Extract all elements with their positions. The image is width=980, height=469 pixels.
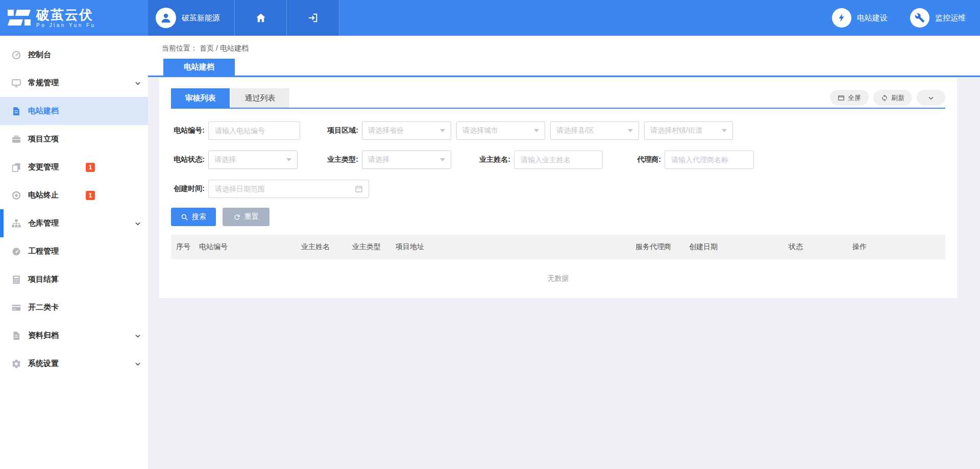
wrench-icon bbox=[910, 8, 929, 28]
target-icon bbox=[11, 190, 21, 201]
col-owner-name: 业主姓名 bbox=[296, 242, 347, 252]
brand-text: 破茧云伏 Po Jian Yun Fu bbox=[36, 8, 96, 28]
station-status-select[interactable]: 请选择 bbox=[208, 151, 298, 169]
search-icon bbox=[181, 213, 188, 221]
refresh-icon bbox=[881, 94, 888, 102]
reset-button[interactable]: 重置 bbox=[223, 208, 270, 226]
home-button[interactable] bbox=[235, 0, 287, 36]
logout-button[interactable] bbox=[287, 0, 339, 36]
reset-label: 重置 bbox=[244, 212, 259, 221]
station-status-label: 电站状态: bbox=[171, 155, 208, 164]
dropdown-caret-icon bbox=[628, 129, 633, 132]
page-tab-station-archive[interactable]: 电站建档 bbox=[163, 59, 235, 76]
briefcase-icon bbox=[11, 134, 21, 144]
col-station-no: 电站编号 bbox=[194, 242, 296, 252]
module-station-build[interactable]: 电站建设 bbox=[832, 8, 888, 28]
brand-title: 破茧云伏 bbox=[36, 8, 96, 22]
collapse-button[interactable] bbox=[917, 90, 945, 106]
module-monitor-ops[interactable]: 监控运维 bbox=[910, 8, 966, 28]
city-select[interactable]: 请选择城市 bbox=[456, 121, 545, 140]
module-label: 监控运维 bbox=[935, 13, 966, 23]
panel-toolbar: 全屏 刷新 bbox=[830, 90, 945, 106]
sitemap-icon bbox=[11, 218, 21, 229]
county-select[interactable]: 请选择县/区 bbox=[550, 121, 639, 140]
lightning-icon bbox=[832, 8, 851, 28]
sidebar-item-data-archive[interactable]: 资料归档 bbox=[0, 322, 148, 350]
tab-passed-list[interactable]: 通过列表 bbox=[231, 88, 289, 108]
notification-badge: 1 bbox=[86, 191, 95, 200]
owner-name-label: 业主姓名: bbox=[477, 155, 514, 164]
sidebar-item-open-card[interactable]: 开二类卡 bbox=[0, 293, 148, 322]
col-project-address: 项目地址 bbox=[390, 242, 630, 252]
sidebar-item-label: 项目立项 bbox=[28, 134, 59, 144]
sidebar-item-label: 变更管理 bbox=[28, 162, 59, 172]
gauge-icon bbox=[11, 246, 21, 257]
active-indicator-bar bbox=[0, 209, 4, 237]
breadcrumb-current: 电站建档 bbox=[220, 44, 249, 52]
filter-station-no: 电站编号: bbox=[171, 121, 300, 140]
sidebar-item-system-settings[interactable]: 系统设置 bbox=[0, 350, 148, 378]
refresh-button[interactable]: 刷新 bbox=[873, 90, 912, 106]
sidebar-item-project-settlement[interactable]: 项目结算 bbox=[0, 265, 148, 293]
search-label: 搜索 bbox=[192, 212, 206, 221]
table-empty-state: 无数据 bbox=[171, 259, 945, 298]
sidebar-item-engineering-mgmt[interactable]: 工程管理 bbox=[0, 237, 148, 265]
user-avatar bbox=[156, 8, 176, 28]
pages-icon bbox=[11, 162, 21, 172]
calendar-icon[interactable] bbox=[355, 185, 363, 193]
date-range-input[interactable] bbox=[208, 180, 369, 198]
sidebar-item-label: 常规管理 bbox=[28, 78, 59, 88]
top-band: 当前位置：首页/电站建档 电站建档 bbox=[148, 36, 980, 76]
archive-icon bbox=[11, 331, 21, 341]
sidebar-item-label: 工程管理 bbox=[28, 246, 59, 256]
sidebar-item-console[interactable]: 控制台 bbox=[0, 41, 148, 69]
col-status: 状态 bbox=[783, 242, 847, 252]
document-icon bbox=[11, 106, 21, 116]
owner-name-input[interactable] bbox=[514, 151, 603, 169]
gear-icon bbox=[11, 359, 21, 369]
sidebar-item-label: 控制台 bbox=[28, 50, 51, 60]
brand-logo: 破茧云伏 Po Jian Yun Fu bbox=[0, 0, 148, 36]
filter-row-3: 创建时间: bbox=[171, 180, 945, 198]
breadcrumb-separator: / bbox=[216, 44, 218, 52]
breadcrumb: 当前位置：首页/电站建档 bbox=[162, 44, 251, 53]
sidebar-item-warehouse-mgmt[interactable]: 仓库管理 bbox=[0, 209, 148, 237]
agent-input[interactable] bbox=[665, 151, 754, 169]
town-select[interactable]: 请选择村镇/街道 bbox=[644, 121, 733, 140]
station-no-input[interactable] bbox=[208, 121, 300, 140]
filter-actions: 搜索 重置 bbox=[171, 208, 945, 226]
module-label: 电站建设 bbox=[857, 13, 888, 23]
filter-owner-name: 业主姓名: bbox=[477, 151, 603, 169]
province-placeholder: 请选择省份 bbox=[368, 126, 404, 135]
filter-created-time: 创建时间: bbox=[171, 180, 369, 198]
date-range-picker bbox=[208, 180, 369, 198]
dashboard-icon bbox=[11, 50, 21, 60]
sidebar-item-project-initiation[interactable]: 项目立项 bbox=[0, 125, 148, 153]
user-menu[interactable]: 破茧新能源 bbox=[148, 0, 235, 36]
city-placeholder: 请选择城市 bbox=[462, 126, 498, 135]
owner-type-select[interactable]: 请选择 bbox=[362, 151, 451, 169]
created-time-label: 创建时间: bbox=[171, 184, 208, 193]
region-label: 项目区域: bbox=[325, 126, 362, 135]
station-status-placeholder: 请选择 bbox=[214, 155, 236, 164]
header-spacer bbox=[339, 0, 832, 36]
col-index: 序号 bbox=[171, 242, 194, 252]
dropdown-caret-icon bbox=[286, 158, 291, 161]
sidebar-item-label: 系统设置 bbox=[28, 359, 59, 368]
sidebar-item-station-termination[interactable]: 电站终止 1 bbox=[0, 181, 148, 209]
tab-review-list[interactable]: 审核列表 bbox=[171, 88, 230, 108]
sidebar-item-station-archive[interactable]: 电站建档 bbox=[0, 97, 148, 125]
sidebar-item-general-mgmt[interactable]: 常规管理 bbox=[0, 69, 148, 97]
tab-underline bbox=[148, 76, 980, 77]
fullscreen-button[interactable]: 全屏 bbox=[830, 90, 869, 106]
person-icon bbox=[159, 11, 173, 24]
station-no-label: 电站编号: bbox=[171, 126, 208, 135]
monitor-icon bbox=[11, 78, 21, 88]
breadcrumb-home-link[interactable]: 首页 bbox=[200, 44, 214, 52]
sidebar-item-change-mgmt[interactable]: 变更管理 1 bbox=[0, 153, 148, 181]
app-header: 破茧云伏 Po Jian Yun Fu 破茧新能源 bbox=[0, 0, 980, 36]
chevron-down-icon bbox=[134, 332, 141, 339]
search-button[interactable]: 搜索 bbox=[171, 208, 216, 226]
province-select[interactable]: 请选择省份 bbox=[362, 121, 451, 140]
calculator-icon bbox=[11, 275, 21, 285]
